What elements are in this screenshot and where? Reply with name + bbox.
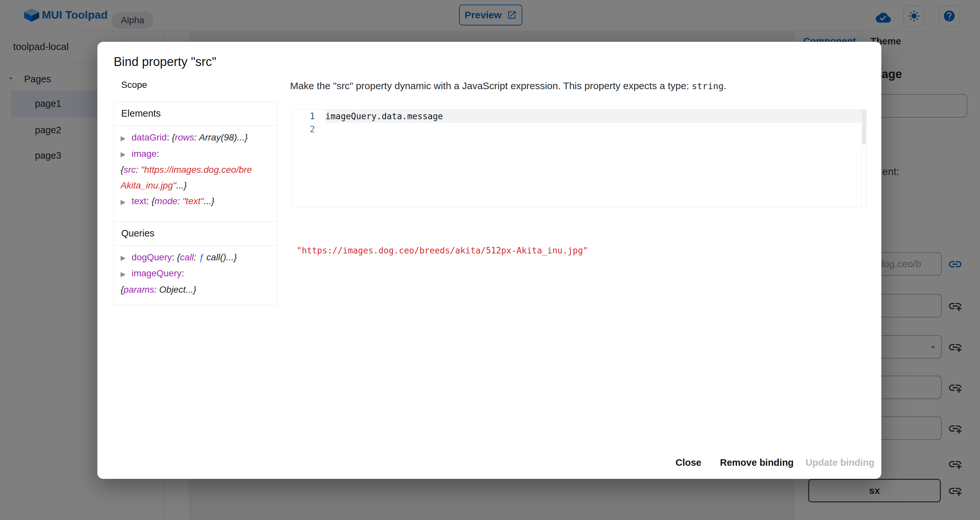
tree-item-imageQuery[interactable]: ▶imageQuery:: [121, 266, 272, 282]
tree-item-dataGrid[interactable]: ▶dataGrid: {rows: Array(98)...}: [121, 130, 272, 146]
toolpad-app: MUI Toolpad Alpha Preview toolpad-local: [0, 0, 980, 520]
editor-line: 2: [292, 123, 866, 136]
tree-item-image[interactable]: ▶image:: [121, 146, 272, 162]
dialog-title: Bind property "src": [114, 55, 216, 69]
editor-code: imageQuery.data.message: [325, 110, 866, 123]
remove-binding-button[interactable]: Remove binding: [720, 457, 794, 468]
expected-type: string: [692, 81, 724, 91]
line-number: 1: [292, 111, 315, 121]
update-binding-button[interactable]: Update binding: [805, 457, 875, 468]
elements-tree: ▶dataGrid: {rows: Array(98)...} ▶image: …: [114, 126, 277, 221]
expression-code-editor[interactable]: 1 imageQuery.data.message 2: [292, 110, 867, 208]
queries-section-header: Queries: [114, 221, 277, 246]
expand-arrow-icon: ▶: [121, 250, 132, 266]
expand-arrow-icon: ▶: [121, 146, 132, 162]
expand-arrow-icon: ▶: [121, 266, 132, 282]
scope-explorer: Elements ▶dataGrid: {rows: Array(98)...}…: [114, 101, 277, 305]
expand-arrow-icon: ▶: [121, 130, 132, 146]
close-button[interactable]: Close: [676, 457, 702, 468]
scrollbar-thumb[interactable]: [862, 110, 866, 145]
expression-result-preview: "https://images.dog.ceo/breeds/akita/512…: [297, 246, 588, 255]
tree-item-image-preview-line2: Akita_inu.jpg"...}: [121, 178, 272, 193]
tree-item-text[interactable]: ▶text: {mode: "text"...}: [121, 193, 272, 210]
dialog-actions: Close Remove binding Update binding: [97, 456, 881, 472]
dialog-description: Make the "src" property dynamic with a J…: [290, 80, 727, 91]
scope-label: Scope: [121, 80, 147, 90]
editor-scrollbar[interactable]: [861, 110, 866, 208]
queries-tree: ▶dogQuery: {call: ƒ call()...} ▶imageQue…: [114, 246, 277, 301]
elements-section-header: Elements: [114, 102, 277, 126]
tree-item-image-preview-line1: {src: "https://images.dog.ceo/bre: [121, 162, 272, 178]
line-number: 2: [292, 124, 315, 134]
tree-item-imageQuery-preview: {params: Object...}: [121, 282, 272, 297]
editor-line: 1 imageQuery.data.message: [292, 110, 866, 123]
bind-property-dialog: Bind property "src" Scope Elements ▶data…: [97, 42, 881, 479]
tree-item-dogQuery[interactable]: ▶dogQuery: {call: ƒ call()...}: [121, 250, 272, 266]
expand-arrow-icon: ▶: [121, 194, 132, 210]
